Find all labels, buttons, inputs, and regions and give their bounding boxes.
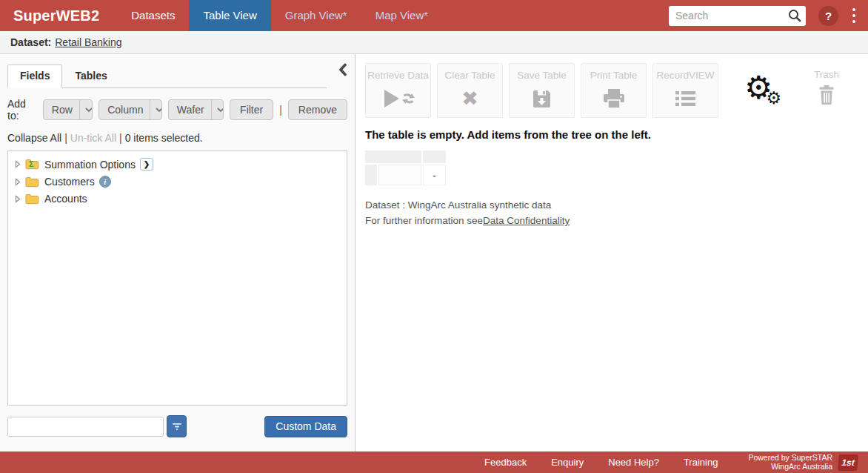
sigma-icon: Σ xyxy=(29,159,34,168)
tree-item-customers[interactable]: Customers i xyxy=(8,173,347,191)
field-tree: Σ Summation Options ❯ Customers i xyxy=(7,150,347,406)
table-header-cell xyxy=(423,150,446,163)
nav-item-map-view[interactable]: Map View* xyxy=(361,0,442,31)
save-icon xyxy=(510,87,574,110)
table-header-cell xyxy=(365,150,421,163)
save-table-button[interactable]: Save Table xyxy=(509,63,575,118)
summation-options-chevron-button[interactable]: ❯ xyxy=(140,158,153,171)
overflow-menu-icon[interactable] xyxy=(852,8,855,23)
table-placeholder-cell: - xyxy=(423,165,446,185)
trash-button[interactable]: Trash xyxy=(814,63,839,105)
table-view-panel: Retrieve Data Clear Table ✖ Save Table xyxy=(355,54,868,452)
add-to-row-button[interactable]: Row xyxy=(43,99,93,120)
add-to-label: Add to: xyxy=(7,98,37,122)
filter-button[interactable]: Filter xyxy=(230,99,273,120)
app-logo: SuperWEB2 xyxy=(13,7,99,24)
custom-data-button[interactable]: Custom Data xyxy=(264,416,347,437)
panel-tabs: Fields Tables xyxy=(7,64,327,88)
data-confidentiality-link[interactable]: Data Confidentiality xyxy=(483,215,570,226)
navbar-right-group: ? xyxy=(669,0,868,31)
add-to-wafer-button[interactable]: Wafer xyxy=(168,99,224,120)
selection-status: 0 items selected. xyxy=(125,132,203,144)
superstar-logo: 1st xyxy=(838,454,858,471)
dataset-info-line: Dataset : WingArc Australia synthetic da… xyxy=(365,197,868,213)
dataset-label: Dataset: xyxy=(10,36,51,48)
footer-bar: Feedback Enquiry Need Help? Training Pow… xyxy=(0,452,868,473)
dataset-info-block: Dataset : WingArc Australia synthetic da… xyxy=(365,197,868,228)
nav-item-table-view[interactable]: Table View xyxy=(189,0,270,31)
tab-tables[interactable]: Tables xyxy=(62,64,119,87)
table-stub-cell xyxy=(365,165,377,185)
untick-all-link[interactable]: Un-tick All xyxy=(70,132,116,144)
main-area: Fields Tables Add to: Row Column Wafer xyxy=(0,54,868,452)
info-icon[interactable]: i xyxy=(99,176,111,188)
clear-table-button[interactable]: Clear Table ✖ xyxy=(437,63,503,118)
collapse-panel-icon[interactable] xyxy=(338,63,347,79)
expand-arrow-icon[interactable] xyxy=(15,195,21,203)
powered-by-text: Powered by SuperSTAR WingArc Australia xyxy=(748,454,832,471)
tree-actions-bar: Collapse All|Un-tick All|0 items selecte… xyxy=(0,128,355,150)
expand-arrow-icon[interactable] xyxy=(15,178,21,186)
footer-link-enquiry[interactable]: Enquiry xyxy=(551,457,584,468)
nav-item-graph-view[interactable]: Graph View* xyxy=(271,0,361,31)
nav-item-datasets[interactable]: Datasets xyxy=(117,0,189,31)
expand-arrow-icon[interactable] xyxy=(15,160,21,168)
tree-item-label[interactable]: Summation Options xyxy=(44,159,136,171)
add-to-column-button[interactable]: Column xyxy=(99,99,162,120)
tree-search-input[interactable] xyxy=(7,417,164,437)
dataset-breadcrumb: Dataset: Retail Banking xyxy=(0,31,868,54)
toolbar-divider: | xyxy=(279,104,282,116)
empty-table-message: The table is empty. Add items from the t… xyxy=(365,128,868,141)
tree-item-accounts[interactable]: Accounts xyxy=(8,191,347,208)
dataset-link[interactable]: Retail Banking xyxy=(55,36,121,48)
tree-filter-icon-button[interactable] xyxy=(167,415,187,437)
print-table-button[interactable]: Print Table xyxy=(581,63,647,118)
footer-link-feedback[interactable]: Feedback xyxy=(484,457,527,468)
table-options-gear-icon[interactable]: ⚙ ⚙ xyxy=(744,72,786,104)
remove-button[interactable]: Remove xyxy=(288,99,347,120)
help-icon[interactable]: ? xyxy=(818,6,838,26)
footer-link-need-help[interactable]: Need Help? xyxy=(608,457,659,468)
field-tree-panel: Fields Tables Add to: Row Column Wafer xyxy=(0,54,355,452)
tree-item-summation-options[interactable]: Σ Summation Options ❯ xyxy=(8,156,347,173)
tree-item-label[interactable]: Accounts xyxy=(44,193,87,205)
footer-link-training[interactable]: Training xyxy=(684,457,718,468)
tree-item-label[interactable]: Customers xyxy=(44,176,95,188)
collapse-all-link[interactable]: Collapse All xyxy=(7,132,61,144)
wafer-dropdown-caret-icon[interactable] xyxy=(211,100,224,119)
trash-icon xyxy=(814,85,839,105)
table-toolbar: Retrieve Data Clear Table ✖ Save Table xyxy=(365,63,868,118)
global-search xyxy=(669,6,806,26)
top-navbar: SuperWEB2 Datasets Table View Graph View… xyxy=(0,0,868,31)
search-input[interactable] xyxy=(675,10,788,22)
row-dropdown-caret-icon[interactable] xyxy=(79,100,93,119)
tab-fields[interactable]: Fields xyxy=(7,64,62,88)
empty-table-skeleton: - xyxy=(365,150,868,185)
summation-folder-icon: Σ xyxy=(25,159,39,170)
retrieve-data-button[interactable]: Retrieve Data xyxy=(365,63,431,118)
folder-icon xyxy=(25,176,39,188)
play-refresh-icon xyxy=(366,87,430,110)
printer-icon xyxy=(581,87,646,110)
column-dropdown-caret-icon[interactable] xyxy=(150,100,161,119)
add-to-toolbar: Add to: Row Column Wafer Filter | Remove xyxy=(0,88,355,128)
search-icon[interactable] xyxy=(788,9,801,22)
clear-x-icon: ✖ xyxy=(461,89,478,109)
folder-icon xyxy=(25,194,39,205)
record-list-icon xyxy=(653,87,718,110)
confidentiality-line: For further information seeData Confiden… xyxy=(365,213,868,228)
recordview-button[interactable]: RecordVIEW xyxy=(652,63,718,118)
table-cell xyxy=(378,165,421,185)
tree-search-bar: Custom Data xyxy=(0,415,355,437)
superweb2-app: SuperWEB2 Datasets Table View Graph View… xyxy=(0,0,868,473)
